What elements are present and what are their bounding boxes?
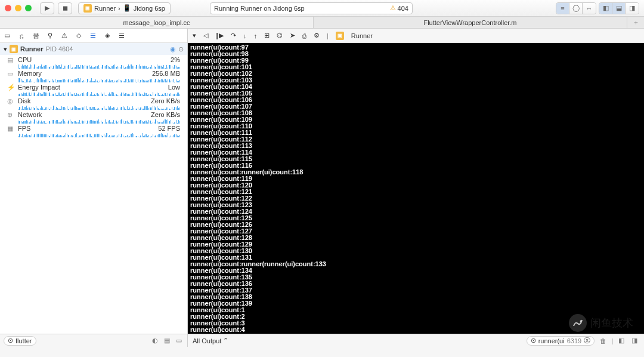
window-controls [5,5,32,11]
energy-icon: ⚡ [7,84,16,91]
right-panel-toggle-icon[interactable]: ◨ [626,3,639,14]
device-icon: 📱 [123,4,131,12]
filter-views-icon[interactable]: ▤ [162,336,172,346]
gauge-value: Zero KB/s [151,111,180,118]
minimize-window[interactable] [15,5,21,11]
hide-debug-icon[interactable]: ▾ [193,32,196,39]
panel-toggle-segment[interactable]: ◧ ⬓ ◨ [599,2,639,14]
variables-view-icon[interactable]: ◧ [617,336,626,346]
footer-left: ⊙ flutter ◐ ▤ ▭ [0,334,188,347]
warning-badge[interactable]: ⚠ 404 [390,4,408,12]
console-filter-text: runner(ui [538,337,565,344]
console-view-icon[interactable]: ◨ [630,336,639,346]
gauge-disk[interactable]: ◎DiskZero KB/s [0,96,187,110]
assistant-editor-icon[interactable]: ◯ [569,3,583,14]
bottom-panel-toggle-icon[interactable]: ⬓ [612,3,626,14]
filter-clear-icon[interactable]: ◐ [150,336,160,346]
output-chevron-icon: ⌃ [221,337,228,344]
folder-icon[interactable]: ▭ [2,32,12,39]
step-into-icon[interactable]: ↓ [243,32,247,39]
gauge-label: FPS [18,125,30,132]
add-tab-button[interactable]: ＋ [627,17,644,28]
report-icon[interactable]: ☰ [117,32,126,39]
gauge-menu-icon[interactable]: ⊙ [178,45,184,53]
standard-editor-icon[interactable]: ≡ [556,3,569,14]
warning-icon: ⚠ [390,4,396,12]
tab-bar: message_loop_impl.cc FlutterViewWrapperC… [0,17,644,29]
tab-left[interactable]: message_loop_impl.cc [0,17,314,28]
gauge-memory[interactable]: ▭Memory256.8 MB [0,69,187,82]
gauge-cpu[interactable]: ▤CPU2% [0,55,187,69]
device-name: Jidong 6sp [134,5,165,12]
issue-icon[interactable]: ⚠ [60,32,69,39]
network-icon: ⊕ [7,111,16,119]
watermark-text: 闲鱼技术 [590,316,633,330]
left-filter-text: flutter [16,337,32,344]
tab-left-label: message_loop_impl.cc [123,19,190,26]
gauge-value: 256.8 MB [152,70,180,77]
breakpoints-toggle-icon[interactable]: ◁ [203,32,208,39]
gauge-label: Network [18,111,42,118]
breakpoint-icon[interactable]: ◈ [103,32,112,39]
gauge-label: Energy Impact [18,84,60,91]
version-editor-icon[interactable]: ↔ [583,3,596,14]
match-count: 6319 [567,337,581,344]
tab-right[interactable]: FlutterViewWrapperController.m [314,17,627,28]
test-icon[interactable]: ◇ [74,32,83,39]
console-filter[interactable]: ⊙ runner(ui 6319 ⓧ [527,336,595,346]
activity-status: Running Runner on Jidong 6sp ⚠ 404 [210,2,413,14]
gauge-network[interactable]: ⊕NetworkZero KB/s [0,110,187,124]
override-icon[interactable]: ⚙ [314,32,320,39]
svg-point-0 [580,321,582,322]
symbol-icon[interactable]: 품 [31,31,41,40]
gauge-icon[interactable]: ◉ [170,45,176,53]
gauge-fps[interactable]: ▦FPS52 FPS [0,124,187,137]
output-mode-label: All Output [193,337,221,344]
gauge-value: Zero KB/s [151,97,180,104]
gauge-label: CPU [18,56,32,63]
run-button[interactable]: ▶ [40,2,54,14]
disk-icon: ◎ [7,97,16,105]
debug-target: Runner [351,32,373,39]
screenshot-icon[interactable]: ⎙ [302,32,306,39]
memory-graph-icon[interactable]: ⌬ [277,32,283,39]
left-panel-toggle-icon[interactable]: ◧ [599,3,612,14]
scheme-name: Runner [94,5,116,12]
navigator-selector[interactable]: ▭ ⎌ 품 ⚲ ⚠ ◇ ☰ ◈ ☰ [0,29,187,43]
stop-button[interactable]: ◼ [58,2,72,14]
disclosure-icon[interactable]: ▾ [4,45,7,53]
process-name: Runner [20,45,44,53]
fps-icon: ▦ [7,125,16,133]
source-control-icon[interactable]: ⎌ [17,32,26,39]
step-out-icon[interactable]: ↑ [254,32,258,39]
left-filter[interactable]: ⊙ flutter [4,336,36,346]
gauge-list: ▤CPU2%▭Memory256.8 MB⚡Energy ImpactLow◎D… [0,55,187,334]
filter-scope-icon[interactable]: ▭ [174,336,184,346]
footer-bar: ⊙ flutter ◐ ▤ ▭ All Output ⌃ ⊙ runner(ui… [0,334,644,347]
process-header[interactable]: ▾ ▣ Runner PID 4604 ◉ ⊙ [0,43,187,55]
watermark-icon [569,314,587,332]
location-icon[interactable]: ➤ [290,32,295,39]
right-toolbar: ≡ ◯ ↔ ◧ ⬓ ◨ [556,2,639,14]
find-icon[interactable]: ⚲ [45,32,55,39]
app-icon: ▣ [83,4,92,13]
debug-view-icon[interactable]: ⊞ [264,32,270,39]
zoom-window[interactable] [25,5,32,11]
watermark: 闲鱼技术 [569,314,633,332]
debug-target-icon: ▣ [336,32,344,40]
warning-count: 404 [398,5,408,12]
debug-icon[interactable]: ☰ [88,32,98,39]
editor-mode-segment[interactable]: ≡ ◯ ↔ [556,2,596,14]
gauge-value: 2% [171,56,180,63]
step-over-icon[interactable]: ↷ [231,32,236,39]
debug-navigator: ▭ ⎌ 품 ⚲ ⚠ ◇ ☰ ◈ ☰ ▾ ▣ Runner PID 4604 ◉ … [0,29,188,334]
gauge-energy-impact[interactable]: ⚡Energy ImpactLow [0,82,187,96]
clear-filter-icon[interactable]: ⓧ [584,336,590,345]
output-selector[interactable]: All Output ⌃ [188,337,522,344]
continue-icon[interactable]: ‖▶ [215,32,224,39]
console-output[interactable]: runner(ui)count:97 runner(ui)count:98 ru… [188,43,644,334]
gauge-value: 52 FPS [158,125,180,132]
scheme-selector[interactable]: ▣ Runner › 📱 Jidong 6sp [78,2,171,14]
trash-icon[interactable]: 🗑 [598,336,608,346]
close-window[interactable] [5,5,11,11]
